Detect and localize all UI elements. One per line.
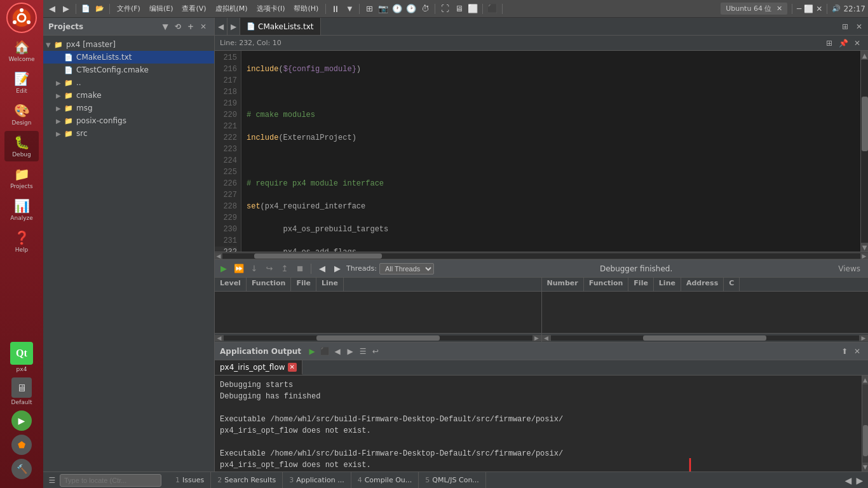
back-icon[interactable]: ◀ <box>46 3 58 15</box>
sidebar-item-projects[interactable]: 📁 Projects <box>4 163 39 193</box>
volume-icon[interactable]: 🔊 <box>832 4 841 13</box>
sidebar-item-edit[interactable]: 📝 Edit <box>4 67 39 98</box>
scroll-up-arrow[interactable]: ▲ <box>861 51 868 60</box>
menu-file[interactable]: 文件(F) <box>113 3 144 15</box>
status-scroll-right[interactable]: ▶ <box>854 475 865 486</box>
debug-stop-icon[interactable]: ⏹ <box>294 262 306 275</box>
app-output-panel-close[interactable]: ✕ <box>851 346 863 357</box>
clock3-icon[interactable]: ⏱ <box>419 3 431 15</box>
tree-item-ctest[interactable]: 📄 CTestConfig.cmake <box>43 64 214 76</box>
snapshot-icon[interactable]: 📷 <box>377 3 390 15</box>
app-output-filter-icon[interactable]: ☰ <box>357 346 369 357</box>
window-maximize[interactable]: ⬜ <box>804 4 813 13</box>
scroll-right-arrow[interactable]: ▶ <box>860 253 868 259</box>
scroll-down-arrow[interactable]: ▼ <box>861 243 868 252</box>
output-scroll-thumb[interactable] <box>863 425 868 456</box>
fullscreen2-icon[interactable]: ⬛ <box>486 3 499 15</box>
window-icon[interactable]: ⬜ <box>466 3 479 15</box>
debug-scrollbar-h-left[interactable]: ◀ ▶ <box>215 333 541 342</box>
tree-item-src[interactable]: ▶ 📁 src <box>43 127 214 140</box>
stop-button[interactable]: ⬟ <box>11 435 32 455</box>
dbg-h-thumb[interactable] <box>316 336 440 341</box>
app-output-wrap-icon[interactable]: ↩ <box>370 346 381 357</box>
tree-item-cmake[interactable]: 📄 CMakeLists.txt <box>43 51 214 64</box>
build-button[interactable]: 🔨 <box>11 459 32 479</box>
tree-item-posix[interactable]: ▶ 📁 posix-configs <box>43 114 214 127</box>
dbg-right-left-arrow[interactable]: ◀ <box>542 335 551 341</box>
debug-cont-icon[interactable]: ⏩ <box>233 262 245 275</box>
dbg-right-thumb[interactable] <box>643 336 766 341</box>
editor-split-icon[interactable]: ⊞ <box>824 37 835 49</box>
status-tab-compile[interactable]: 4 Compile Ou... <box>351 472 419 488</box>
display-icon[interactable]: 🖥 <box>452 3 465 15</box>
status-search-input[interactable] <box>60 474 161 487</box>
debug-scrollbar-h-right[interactable]: ◀ ▶ <box>542 333 869 342</box>
split-icon[interactable]: ⊞ <box>839 22 851 31</box>
sidebar-item-design[interactable]: 🎨 Design <box>4 99 39 130</box>
app-output-next-icon[interactable]: ▶ <box>344 346 356 357</box>
status-scroll-left[interactable]: ◀ <box>843 475 854 486</box>
app-output-play-icon[interactable]: ⬛ <box>319 346 330 357</box>
scroll-thumb-v[interactable] <box>862 97 868 151</box>
status-log-icon[interactable]: ☰ <box>46 474 58 487</box>
debug-back-icon[interactable]: ◀ <box>316 262 329 275</box>
fullscreen-icon[interactable]: ⛶ <box>438 3 451 15</box>
panel-close-icon[interactable]: ✕ <box>198 21 209 32</box>
pause-icon[interactable]: ⏸ <box>329 3 342 15</box>
editor-close-icon[interactable]: ✕ <box>853 22 865 31</box>
dbg-h-track[interactable] <box>224 336 532 341</box>
status-tab-application[interactable]: 3 Application ... <box>283 472 351 488</box>
tree-item-msg[interactable]: ▶ 📁 msg <box>43 102 214 114</box>
window-close[interactable]: ✕ <box>816 4 822 13</box>
menu-help[interactable]: 帮助(H) <box>290 3 322 15</box>
app-output-maximize-icon[interactable]: ⬆ <box>839 346 850 357</box>
editor-tab-cmake[interactable]: 📄 CMakeLists.txt <box>240 18 321 35</box>
dbg-right-track[interactable] <box>551 336 860 341</box>
forward-icon[interactable]: ▶ <box>60 3 72 15</box>
sidebar-item-help[interactable]: ❓ Help <box>4 226 39 257</box>
dropdown-icon[interactable]: ▼ <box>343 3 356 15</box>
debug-fwd-icon[interactable]: ▶ <box>331 262 344 275</box>
code-editor[interactable]: 215 216 217 218 219 220 221 222 223 224 … <box>215 51 860 252</box>
app-output-content[interactable]: Debugging starts Debugging has finished … <box>215 376 862 471</box>
status-tab-search[interactable]: 2 Search Results <box>211 472 283 488</box>
add-icon[interactable]: + <box>185 21 196 32</box>
h-scroll-track[interactable] <box>222 254 860 259</box>
output-scroll-up[interactable]: ▲ <box>862 376 868 384</box>
output-scroll-down[interactable]: ▼ <box>862 463 868 471</box>
tree-item-parent[interactable]: ▶ 📁 .. <box>43 76 214 89</box>
dbg-right-right-arrow[interactable]: ▶ <box>859 335 868 341</box>
editor-scrollbar-v[interactable]: ▲ ▼ <box>860 51 868 252</box>
editor-info-close[interactable]: ✕ <box>851 37 863 49</box>
editor-scrollbar-h[interactable]: ◀ ▶ <box>215 252 868 259</box>
status-tab-issues[interactable]: 1 Issues <box>169 472 211 488</box>
sidebar-item-analyze[interactable]: 📊 Analyze <box>4 194 39 225</box>
editor-forward-btn[interactable]: ▶ <box>227 18 240 35</box>
debug-over-icon[interactable]: ↪ <box>263 262 276 275</box>
menu-edit[interactable]: 编辑(E) <box>146 3 177 15</box>
threads-select[interactable]: All Threads <box>379 263 434 274</box>
ubuntu-tab[interactable]: Ubuntu 64 位 ✕ <box>721 3 787 15</box>
window-minimize[interactable]: ─ <box>797 4 801 13</box>
editor-back-btn[interactable]: ◀ <box>215 18 227 35</box>
output-scrollbar[interactable]: ▲ ▼ <box>862 376 868 471</box>
code-content[interactable]: include(${config_module}) # cmake module… <box>241 51 860 252</box>
app-tab-px4[interactable]: px4_iris_opt_flow ✕ <box>215 360 302 375</box>
sidebar-item-debug[interactable]: 🐛 Debug <box>4 131 39 161</box>
clock-icon[interactable]: 🕐 <box>391 3 403 15</box>
open-icon[interactable]: 📂 <box>93 3 106 15</box>
tree-root[interactable]: ▼ 📁 px4 [master] <box>43 38 214 51</box>
debugger-views[interactable]: Views <box>838 264 865 273</box>
filter-icon[interactable]: ▼ <box>159 21 171 32</box>
scroll-left-arrow[interactable]: ◀ <box>215 253 222 259</box>
menu-tab[interactable]: 选项卡(I) <box>253 3 289 15</box>
app-tab-close[interactable]: ✕ <box>288 363 297 372</box>
new-icon[interactable]: 📄 <box>79 3 92 15</box>
app-output-prev-icon[interactable]: ◀ <box>332 346 343 357</box>
debug-out-icon[interactable]: ↥ <box>278 262 291 275</box>
run-button[interactable]: ▶ <box>11 410 32 431</box>
sync-icon[interactable]: ⟲ <box>172 21 184 32</box>
clock2-icon[interactable]: 🕑 <box>405 3 417 15</box>
dbg-right-arrow[interactable]: ▶ <box>532 335 541 341</box>
ubuntu-tab-close[interactable]: ✕ <box>776 4 782 13</box>
